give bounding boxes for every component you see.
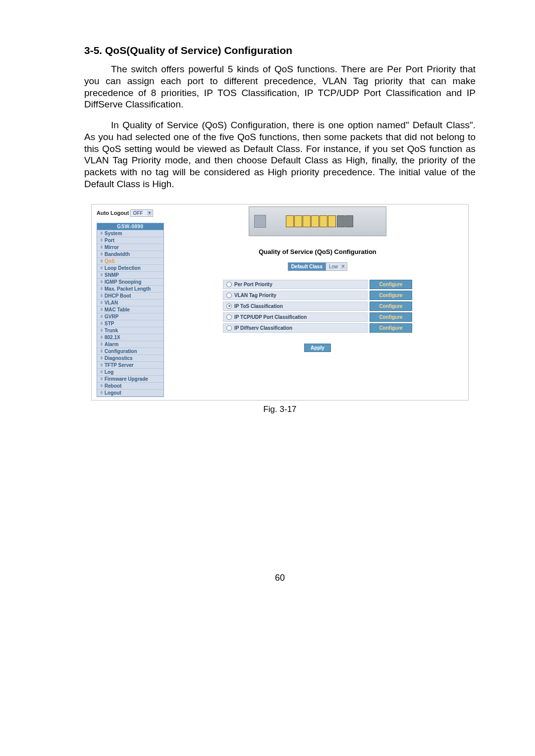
bullet-icon xyxy=(101,391,103,394)
qos-option-label: Per Port Priority xyxy=(234,282,272,287)
bullet-icon xyxy=(101,308,103,311)
qos-option-vlan-tag-priority[interactable]: VLAN Tag Priority xyxy=(223,291,368,300)
qos-option-row: IP TCP/UDP Port ClassificationConfigure xyxy=(223,312,412,322)
bullet-icon xyxy=(101,315,103,318)
bullet-icon xyxy=(101,266,103,269)
bullet-icon xyxy=(101,301,103,304)
sidebar-item-mac-table[interactable]: MAC Table xyxy=(97,306,163,313)
auto-logout-control[interactable]: Auto Logout OFF ▾ xyxy=(97,209,164,217)
sidebar-item-label: QoS xyxy=(105,258,115,264)
sidebar-item-vlan[interactable]: VLAN xyxy=(97,300,163,306)
sidebar-item-firmware-upgrade[interactable]: Firmware Upgrade xyxy=(97,376,163,383)
nav-box: GSW-0890 SystemPortMirrorBandwidthQoSLoo… xyxy=(97,223,164,397)
sidebar-item-bandwidth[interactable]: Bandwidth xyxy=(97,251,163,258)
sidebar-item-label: Bandwidth xyxy=(105,252,130,257)
sidebar-item-alarm[interactable]: Alarm xyxy=(97,341,163,348)
bullet-icon xyxy=(101,384,103,387)
bullet-icon xyxy=(101,232,103,235)
bullet-icon xyxy=(101,329,103,332)
sidebar-item-trunk[interactable]: Trunk xyxy=(97,327,163,334)
bullet-icon xyxy=(101,336,103,339)
sidebar-item-label: System xyxy=(105,231,122,236)
auto-logout-value: OFF xyxy=(133,210,143,216)
qos-option-ip-tcp-udp-port-classification[interactable]: IP TCP/UDP Port Classification xyxy=(223,312,368,322)
configure-button[interactable]: Configure xyxy=(370,291,412,300)
sidebar-item-label: STP xyxy=(105,321,114,326)
sidebar-item-diagnostics[interactable]: Diagnostics xyxy=(97,355,163,362)
sidebar-item-snmp[interactable]: SNMP xyxy=(97,272,163,279)
sidebar-item-igmp-snooping[interactable]: IGMP Snooping xyxy=(97,279,163,286)
default-class-row: Default Class Low ▾ xyxy=(172,262,463,271)
qos-option-label: IP ToS Classification xyxy=(234,303,283,309)
sidebar-item-label: Logout xyxy=(105,390,121,396)
radio-icon xyxy=(226,303,232,309)
sidebar-item-stp[interactable]: STP xyxy=(97,320,163,327)
sidebar-item-label: IGMP Snooping xyxy=(105,279,141,285)
bullet-icon xyxy=(101,370,103,373)
sidebar-item-gvrp[interactable]: GVRP xyxy=(97,313,163,320)
sidebar-item-label: Trunk xyxy=(105,328,118,333)
radio-icon xyxy=(226,325,232,331)
bullet-icon xyxy=(101,343,103,346)
radio-icon xyxy=(226,282,232,287)
qos-option-ip-diffserv-classification[interactable]: IP Diffserv Classification xyxy=(223,323,368,333)
sidebar-item-qos[interactable]: QoS xyxy=(97,258,163,265)
sidebar-item-label: Log xyxy=(105,369,113,375)
configure-button[interactable]: Configure xyxy=(370,312,412,322)
bullet-icon xyxy=(101,252,103,255)
bullet-icon xyxy=(101,350,103,353)
bullet-icon xyxy=(101,363,103,366)
auto-logout-label: Auto Logout xyxy=(97,210,129,216)
bullet-icon xyxy=(101,259,103,262)
sidebar-item-dhcp-boot[interactable]: DHCP Boot xyxy=(97,293,163,300)
configure-button[interactable]: Configure xyxy=(370,323,412,333)
section-heading: 3-5. QoS(Quality of Service) Configurati… xyxy=(84,45,476,56)
default-class-select[interactable]: Low ▾ xyxy=(326,262,347,271)
chevron-down-icon: ▾ xyxy=(147,211,152,215)
bullet-icon xyxy=(101,246,103,249)
sidebar: Auto Logout OFF ▾ GSW-0890 SystemPortMir… xyxy=(92,204,167,400)
sidebar-item-802-1x[interactable]: 802.1X xyxy=(97,334,163,341)
sidebar-item-log[interactable]: Log xyxy=(97,369,163,376)
port-icon xyxy=(303,215,311,227)
sidebar-item-mirror[interactable]: Mirror xyxy=(97,244,163,251)
sidebar-item-port[interactable]: Port xyxy=(97,237,163,244)
sidebar-item-loop-detection[interactable]: Loop Detection xyxy=(97,265,163,272)
chevron-down-icon: ▾ xyxy=(341,264,345,269)
sidebar-item-system[interactable]: System xyxy=(97,230,163,237)
sidebar-item-configuration[interactable]: Configuration xyxy=(97,348,163,355)
figure-caption: Fig. 3-17 xyxy=(84,404,476,414)
default-class-value: Low xyxy=(329,264,338,269)
qos-option-label: IP TCP/UDP Port Classification xyxy=(234,314,307,320)
apply-button[interactable]: Apply xyxy=(304,344,331,352)
port-icon xyxy=(294,215,302,227)
qos-option-row: IP ToS ClassificationConfigure xyxy=(223,302,412,311)
sidebar-item-label: Diagnostics xyxy=(105,355,133,361)
port-icon xyxy=(286,215,294,227)
sidebar-item-logout[interactable]: Logout xyxy=(97,390,163,397)
configure-button[interactable]: Configure xyxy=(370,302,412,311)
auto-logout-select[interactable]: OFF ▾ xyxy=(130,209,153,217)
sidebar-item-label: Configuration xyxy=(105,349,137,354)
port-icon xyxy=(328,215,336,227)
sidebar-item-tftp-server[interactable]: TFTP Server xyxy=(97,362,163,369)
sidebar-item-reboot[interactable]: Reboot xyxy=(97,383,163,390)
qos-option-ip-tos-classification[interactable]: IP ToS Classification xyxy=(223,302,368,311)
device-icon xyxy=(254,215,266,228)
nav-title: GSW-0890 xyxy=(97,223,163,230)
bullet-icon xyxy=(101,239,103,242)
sidebar-item-label: Firmware Upgrade xyxy=(105,376,148,382)
qos-option-per-port-priority[interactable]: Per Port Priority xyxy=(223,280,368,289)
qos-option-label: VLAN Tag Priority xyxy=(234,293,276,298)
sidebar-item-max-packet-length[interactable]: Max. Packet Length xyxy=(97,286,163,293)
sidebar-item-label: Port xyxy=(105,238,114,243)
sidebar-item-label: Alarm xyxy=(105,342,118,347)
sidebar-item-label: VLAN xyxy=(105,300,118,305)
bullet-icon xyxy=(101,273,103,276)
sidebar-item-label: MAC Table xyxy=(105,307,130,312)
qos-page-title: Quality of Service (QoS) Configuration xyxy=(172,248,463,255)
qos-option-row: IP Diffserv ClassificationConfigure xyxy=(223,323,412,333)
bullet-icon xyxy=(101,356,103,359)
page-number: 60 xyxy=(84,573,476,583)
configure-button[interactable]: Configure xyxy=(370,280,412,289)
